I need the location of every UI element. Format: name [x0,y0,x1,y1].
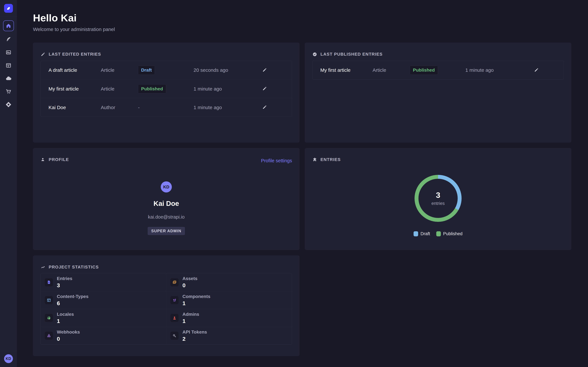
stat-value: 2 [182,336,207,342]
strapi-logo-icon [6,6,11,11]
main-content: Hello Kai Welcome to your administration… [17,0,588,367]
entry-time: 1 minute ago [194,86,258,92]
profile-name: Kai Doe [154,200,179,208]
entry-time: 1 minute ago [465,67,529,73]
status-badge: Draft [138,66,155,75]
profile-body: KD Kai Doe kai.doe@strapi.io SUPER ADMIN [41,181,292,235]
user-avatar[interactable]: KD [4,354,13,363]
dashboard-grid: LAST EDITED ENTRIES A draft article Arti… [33,42,571,356]
last-edited-entries-card: LAST EDITED ENTRIES A draft article Arti… [33,42,300,142]
sidebar-item-settings[interactable] [5,101,12,108]
stat-admins: Admins 1 [166,309,292,327]
sidebar-nav [5,36,12,108]
project-statistics-card: PROJECT STATISTICS Entries 3 [33,255,300,356]
stat-value: 1 [182,300,210,307]
avatar: KD [161,181,172,192]
check-circle-icon [312,52,317,57]
role-badge: SUPER ADMIN [148,227,185,235]
pencil-icon [41,52,45,57]
sidebar-item-marketplace[interactable] [5,88,12,95]
stat-components: Components 1 [166,291,292,309]
table-row[interactable]: My first article Article Published 1 min… [312,61,564,79]
legend-label: Published [443,231,463,236]
pencil-icon [262,86,267,91]
card-title: LAST EDITED ENTRIES [49,52,101,57]
status-empty: - [138,105,194,110]
stat-label: Locales [57,312,74,317]
globe-icon [45,314,53,322]
card-header: PROJECT STATISTICS [41,265,292,270]
profile-email: kai.doe@strapi.io [148,214,185,220]
pencil-icon [262,67,267,72]
entries-unit: entries [431,201,445,206]
card-header: PROFILE [41,157,292,162]
stat-label: Entries [57,276,72,281]
components-icon [170,296,179,304]
entries-donut: 3 entries [415,175,462,222]
entry-type: Article [101,67,138,73]
chart-legend: Draft Published [414,231,462,236]
legend-item-draft: Draft [414,231,430,236]
stat-webhooks: Webhooks 0 [41,327,166,344]
entries-total: 3 [436,191,440,200]
sidebar-item-content-manager[interactable] [5,36,12,43]
table-row[interactable]: Kai Doe Author - 1 minute ago [41,98,292,117]
stat-value: 0 [182,282,198,289]
stat-locales: Locales 1 [41,309,166,327]
page-subtitle: Welcome to your administration panel [33,27,571,32]
layout-icon [45,296,53,304]
legend-item-published: Published [436,231,463,236]
pencil-icon [534,67,539,72]
settings-gear-icon [5,101,12,108]
edit-entry-button[interactable] [262,67,267,73]
stat-value: 1 [57,318,74,324]
entry-time: 1 minute ago [194,105,258,110]
donut-center: 3 entries [418,179,458,218]
stat-label: Assets [182,276,198,281]
sidebar-item-home[interactable] [3,20,14,31]
sidebar-item-content-type-builder[interactable] [5,62,12,69]
entry-time: 20 seconds ago [194,67,258,73]
entry-title: My first article [49,86,101,92]
stat-label: Admins [182,312,199,317]
stat-label: Webhooks [57,329,80,335]
media-library-icon [5,49,12,55]
entry-title: My first article [320,67,372,73]
user-icon [170,314,179,322]
table-row[interactable]: A draft article Article Draft 20 seconds… [41,61,292,79]
entry-title: A draft article [49,67,101,73]
entries-chart-body: 3 entries Draft Published [312,162,564,236]
profile-card: PROFILE Profile settings KD Kai Doe kai.… [33,148,300,250]
card-title: LAST PUBLISHED ENTRIES [320,52,382,57]
stat-content-types: Content-Types 6 [41,291,166,309]
entry-type: Author [101,105,138,110]
edit-entry-button[interactable] [262,86,267,92]
sidebar-item-deploy[interactable] [5,75,12,82]
stat-value: 1 [182,318,199,324]
stat-value: 0 [57,336,80,342]
card-header: LAST PUBLISHED ENTRIES [312,52,564,57]
stat-label: API Tokens [182,329,207,335]
legend-label: Draft [420,231,430,236]
trending-up-icon [41,265,45,270]
stat-label: Content-Types [57,294,88,299]
profile-settings-link[interactable]: Profile settings [261,158,292,163]
stat-entries: Entries 3 [41,273,166,291]
stat-api-tokens: API Tokens 2 [166,327,292,344]
edit-entry-button[interactable] [534,67,539,73]
edit-entry-button[interactable] [262,105,267,110]
marketplace-cart-icon [5,88,12,95]
sidebar-item-media-library[interactable] [5,49,12,56]
home-icon [6,23,11,29]
status-badge: Published [410,66,438,75]
key-icon [170,332,179,340]
cloud-icon [5,75,12,82]
card-title: PROJECT STATISTICS [49,265,99,270]
entry-type: Article [101,86,138,92]
card-header: ENTRIES [312,157,564,162]
document-icon [45,278,53,286]
content-type-builder-icon [5,62,12,68]
table-row[interactable]: My first article Article Published 1 min… [41,79,292,98]
strapi-logo[interactable] [4,4,13,13]
entry-type: Article [372,67,410,73]
